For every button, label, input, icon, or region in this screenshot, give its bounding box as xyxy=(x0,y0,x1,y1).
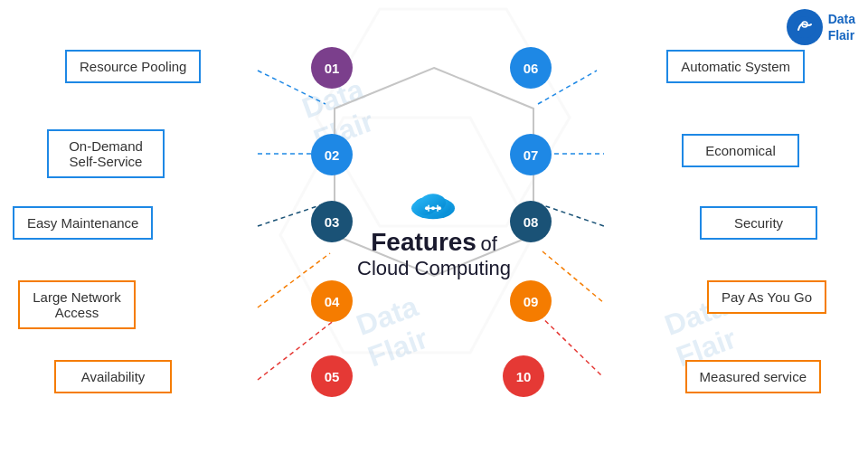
feature-box-02: On-DemandSelf-Service xyxy=(47,129,165,178)
center-title: Features of Cloud Computing xyxy=(357,188,511,280)
feature-box-03: Easy Maintenance xyxy=(13,206,153,240)
watermark-2: DataFlair xyxy=(352,289,433,374)
logo: Data Flair xyxy=(787,9,855,45)
num-circle-06: 06 xyxy=(510,47,552,89)
feature-label-01: Resource Pooling xyxy=(80,59,186,74)
logo-circle xyxy=(787,9,823,45)
svg-line-12 xyxy=(533,309,601,375)
feature-box-05: Availability xyxy=(54,360,172,393)
feature-label-09: Pay As You Go xyxy=(722,289,812,305)
feature-label-10: Measured service xyxy=(700,369,807,384)
num-circle-10: 10 xyxy=(503,355,544,397)
feature-box-06: Automatic System xyxy=(666,50,805,83)
num-circle-09: 09 xyxy=(510,280,552,322)
logo-text: Data Flair xyxy=(828,11,855,43)
svg-point-20 xyxy=(425,206,429,210)
cloud-computing-text: Cloud Computing xyxy=(357,257,511,280)
feature-box-01: Resource Pooling xyxy=(65,50,201,83)
feature-label-08: Security xyxy=(734,215,783,231)
feature-box-04: Large NetworkAccess xyxy=(18,280,136,329)
feature-label-02: On-DemandSelf-Service xyxy=(69,138,143,169)
logo-line1: Data xyxy=(828,11,855,27)
num-circle-01: 01 xyxy=(311,47,353,89)
feature-label-03: Easy Maintenance xyxy=(27,215,138,231)
feature-box-09: Pay As You Go xyxy=(707,280,826,314)
features-of-line: Features of xyxy=(357,228,511,257)
svg-line-11 xyxy=(542,251,604,303)
logo-line2: Flair xyxy=(828,27,855,43)
num-circle-08: 08 xyxy=(510,201,552,242)
features-word: Features xyxy=(371,228,476,256)
feature-label-06: Automatic System xyxy=(681,59,790,74)
num-circle-07: 07 xyxy=(510,134,552,175)
feature-box-08: Security xyxy=(700,206,817,240)
cloud-icon xyxy=(357,188,511,224)
feature-label-04: Large NetworkAccess xyxy=(33,289,121,320)
of-word-text: of xyxy=(480,232,496,255)
logo-icon xyxy=(793,15,816,39)
svg-point-22 xyxy=(431,206,435,210)
num-circle-02: 02 xyxy=(311,134,353,175)
num-circle-05: 05 xyxy=(311,355,353,397)
feature-box-10: Measured service xyxy=(685,360,821,393)
svg-point-21 xyxy=(438,206,441,210)
num-circle-03: 03 xyxy=(311,201,353,242)
feature-box-07: Economical xyxy=(682,134,799,167)
feature-label-05: Availability xyxy=(81,369,146,384)
feature-label-07: Economical xyxy=(705,143,776,158)
num-circle-04: 04 xyxy=(311,280,353,322)
